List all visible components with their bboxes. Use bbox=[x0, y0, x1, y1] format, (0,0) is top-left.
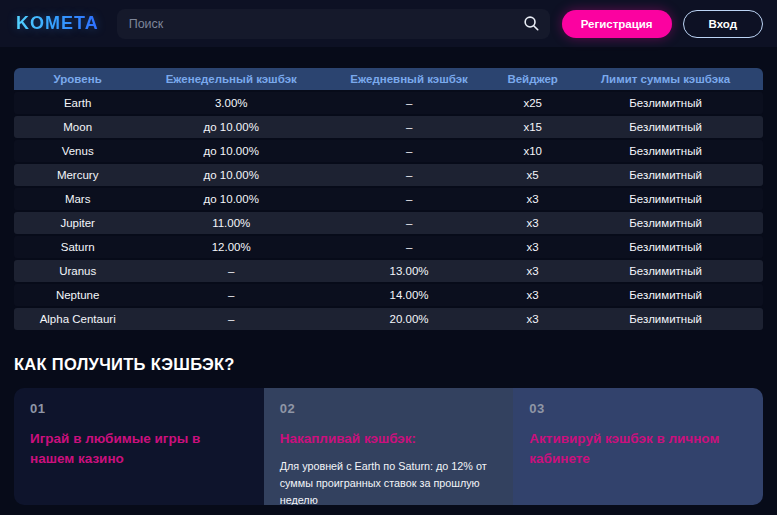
table-row: Moonдо 10.00%–x15Безлимитный bbox=[14, 116, 763, 138]
cashback-table-body: Earth3.00%–x25БезлимитныйMoonдо 10.00%–x… bbox=[14, 92, 763, 330]
table-cell: – bbox=[321, 116, 497, 138]
search-bar bbox=[117, 9, 550, 39]
how-to-title: КАК ПОЛУЧИТЬ КЭШБЭК? bbox=[14, 355, 763, 374]
table-cell: x5 bbox=[497, 164, 568, 186]
table-cell: Безлимитный bbox=[568, 188, 763, 210]
table-row: Alpha Centauri–20.00%x3Безлимитный bbox=[14, 308, 763, 330]
table-row: Mercuryдо 10.00%–x5Безлимитный bbox=[14, 164, 763, 186]
table-cell: x10 bbox=[497, 140, 568, 162]
table-cell: Безлимитный bbox=[568, 212, 763, 234]
table-cell: Безлимитный bbox=[568, 308, 763, 330]
table-cell: Venus bbox=[14, 140, 141, 162]
table-cell: Безлимитный bbox=[568, 284, 763, 306]
table-cell: x3 bbox=[497, 284, 568, 306]
table-cell: x3 bbox=[497, 188, 568, 210]
column-header-wager: Вейджер bbox=[497, 68, 568, 90]
column-header-cashback-limit: Лимит суммы кэшбэка bbox=[568, 68, 763, 90]
table-cell: Mercury bbox=[14, 164, 141, 186]
table-cell: – bbox=[321, 140, 497, 162]
kometa-logo[interactable]: KOMETA bbox=[16, 13, 99, 34]
card-title: Активируй кэшбэк в личном кабинете bbox=[529, 429, 744, 468]
table-cell: Безлимитный bbox=[568, 92, 763, 114]
column-header-weekly-cashback: Еженедельный кэшбэк bbox=[141, 68, 321, 90]
card-body: Для уровней с Earth по Saturn: до 12% от… bbox=[280, 458, 496, 505]
table-cell: x3 bbox=[497, 260, 568, 282]
table-row: Earth3.00%–x25Безлимитный bbox=[14, 92, 763, 114]
table-row: Jupiter11.00%–x3Безлимитный bbox=[14, 212, 763, 234]
table-cell: Безлимитный bbox=[568, 260, 763, 282]
table-cell: Alpha Centauri bbox=[14, 308, 141, 330]
table-header-row: Уровень Еженедельный кэшбэк Ежедневный к… bbox=[14, 68, 763, 90]
table-cell: 14.00% bbox=[321, 284, 497, 306]
table-cell: Jupiter bbox=[14, 212, 141, 234]
table-cell: до 10.00% bbox=[141, 188, 321, 210]
table-cell: Безлимитный bbox=[568, 236, 763, 258]
table-cell: x3 bbox=[497, 308, 568, 330]
table-cell: – bbox=[141, 260, 321, 282]
table-cell: 3.00% bbox=[141, 92, 321, 114]
card-title: Играй в любимые игры в нашем казино bbox=[30, 429, 245, 468]
table-cell: x15 bbox=[497, 116, 568, 138]
table-cell: x25 bbox=[497, 92, 568, 114]
table-row: Saturn12.00%–x3Безлимитный bbox=[14, 236, 763, 258]
table-cell: – bbox=[321, 236, 497, 258]
card-number: 01 bbox=[30, 401, 246, 416]
cashback-table-section: Уровень Еженедельный кэшбэк Ежедневный к… bbox=[14, 66, 763, 332]
table-cell: Безлимитный bbox=[568, 116, 763, 138]
how-to-section: КАК ПОЛУЧИТЬ КЭШБЭК? 01 Играй в любимые … bbox=[0, 355, 777, 505]
table-cell: Saturn bbox=[14, 236, 141, 258]
card-title: Накапливай кэшбэк: bbox=[280, 429, 495, 449]
table-cell: 20.00% bbox=[321, 308, 497, 330]
table-cell: до 10.00% bbox=[141, 116, 321, 138]
table-cell: Moon bbox=[14, 116, 141, 138]
topbar: KOMETA Регистрация Вход bbox=[0, 0, 777, 47]
column-header-daily-cashback: Ежедневный кэшбэк bbox=[321, 68, 497, 90]
how-to-card-1: 01 Играй в любимые игры в нашем казино bbox=[14, 388, 264, 505]
cashback-table: Уровень Еженедельный кэшбэк Ежедневный к… bbox=[14, 66, 763, 332]
table-row: Neptune–14.00%x3Безлимитный bbox=[14, 284, 763, 306]
search-icon[interactable] bbox=[523, 15, 540, 32]
table-cell: 13.00% bbox=[321, 260, 497, 282]
login-button[interactable]: Вход bbox=[683, 10, 763, 38]
table-cell: Безлимитный bbox=[568, 164, 763, 186]
table-cell: Безлимитный bbox=[568, 140, 763, 162]
how-to-cards: 01 Играй в любимые игры в нашем казино 0… bbox=[14, 388, 763, 505]
table-cell: x3 bbox=[497, 236, 568, 258]
search-input[interactable] bbox=[129, 17, 523, 31]
how-to-card-3: 03 Активируй кэшбэк в личном кабинете bbox=[513, 388, 763, 505]
table-cell: 12.00% bbox=[141, 236, 321, 258]
column-header-level: Уровень bbox=[14, 68, 141, 90]
card-body-line: Для уровней с Earth по Saturn: до 12% от… bbox=[280, 458, 496, 505]
card-number: 02 bbox=[280, 401, 496, 416]
table-cell: Neptune bbox=[14, 284, 141, 306]
table-cell: до 10.00% bbox=[141, 140, 321, 162]
table-row: Uranus–13.00%x3Безлимитный bbox=[14, 260, 763, 282]
how-to-card-2: 02 Накапливай кэшбэк: Для уровней с Eart… bbox=[264, 388, 514, 505]
table-row: Venusдо 10.00%–x10Безлимитный bbox=[14, 140, 763, 162]
table-cell: до 10.00% bbox=[141, 164, 321, 186]
table-cell: – bbox=[321, 212, 497, 234]
card-number: 03 bbox=[529, 401, 745, 416]
table-cell: Mars bbox=[14, 188, 141, 210]
register-button[interactable]: Регистрация bbox=[562, 10, 672, 38]
table-cell: – bbox=[321, 92, 497, 114]
table-cell: – bbox=[141, 284, 321, 306]
table-cell: Earth bbox=[14, 92, 141, 114]
table-cell: – bbox=[321, 188, 497, 210]
table-cell: – bbox=[141, 308, 321, 330]
table-cell: – bbox=[321, 164, 497, 186]
table-cell: Uranus bbox=[14, 260, 141, 282]
table-row: Marsдо 10.00%–x3Безлимитный bbox=[14, 188, 763, 210]
table-cell: 11.00% bbox=[141, 212, 321, 234]
table-cell: x3 bbox=[497, 212, 568, 234]
